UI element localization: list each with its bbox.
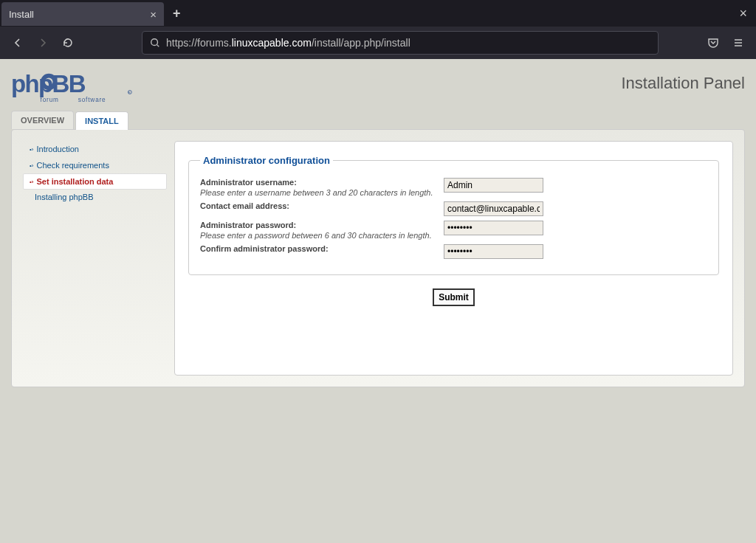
new-tab-icon[interactable]: +: [173, 6, 181, 21]
sidebar-item-set-installation-data[interactable]: •›Set installation data: [23, 173, 167, 190]
sidebar-item-label: Introduction: [36, 145, 78, 153]
password-input[interactable]: [444, 221, 543, 235]
main-tabs: OVERVIEWINSTALL: [11, 111, 745, 129]
row-email: Contact email address:: [200, 201, 707, 216]
username-label: Administrator username:: [200, 178, 297, 187]
phpbb-logo: phpBB forum software R: [11, 66, 133, 107]
svg-text:R: R: [128, 91, 131, 94]
back-icon[interactable]: [7, 32, 28, 53]
sidebar-item-check-requirements[interactable]: •›Check requirements: [23, 157, 167, 173]
svg-text:forum: forum: [41, 97, 59, 103]
bullet-icon: •›: [30, 179, 33, 185]
search-icon: [150, 38, 160, 48]
close-window-icon[interactable]: ×: [739, 6, 747, 21]
email-input[interactable]: [444, 201, 543, 216]
password-label: Administrator password:: [200, 221, 296, 229]
url-text: https://forums.linuxcapable.com/install/…: [166, 37, 410, 49]
sidebar-item-label: Set installation data: [36, 177, 113, 186]
confirm-password-input[interactable]: [444, 244, 543, 259]
install-sidebar: •›Introduction •›Check requirements •›Se…: [23, 141, 167, 376]
page-header: phpBB forum software R Installation Pane…: [0, 59, 756, 111]
tab-overview[interactable]: OVERVIEW: [11, 111, 74, 129]
password-explain: Please enter a password between 6 and 30…: [200, 231, 444, 240]
submit-button[interactable]: [433, 288, 475, 306]
main-panel: •›Introduction •›Check requirements •›Se…: [11, 129, 745, 387]
browser-chrome: Install × + × https://forums.linuxcapabl…: [0, 0, 756, 59]
tab-bar: Install × + ×: [0, 0, 756, 27]
tab-install[interactable]: INSTALL: [75, 111, 128, 130]
row-confirm-password: Confirm administrator password:: [200, 244, 707, 259]
reload-icon[interactable]: [58, 32, 78, 53]
admin-config-fieldset: Administrator configuration Administrato…: [188, 155, 719, 275]
row-username: Administrator username: Please enter a u…: [200, 178, 707, 197]
confirm-password-label: Confirm administrator password:: [200, 244, 329, 253]
sidebar-item-installing-phpbb[interactable]: Installing phpBB: [23, 190, 167, 204]
content-panel: Administrator configuration Administrato…: [174, 141, 733, 376]
email-label: Contact email address:: [200, 201, 289, 210]
forward-icon[interactable]: [32, 32, 53, 53]
bullet-icon: •›: [30, 146, 33, 153]
svg-text:software: software: [78, 97, 106, 103]
submit-row: [188, 288, 719, 306]
svg-point-0: [151, 39, 158, 46]
close-tab-icon[interactable]: ×: [150, 8, 157, 21]
menu-icon[interactable]: [728, 32, 749, 53]
row-password: Administrator password: Please enter a p…: [200, 221, 707, 240]
tab-title: Install: [9, 9, 34, 20]
sidebar-item-introduction[interactable]: •›Introduction: [23, 141, 167, 157]
panel-title: Installation Panel: [621, 74, 745, 93]
nav-bar: https://forums.linuxcapable.com/install/…: [0, 27, 756, 59]
sidebar-item-label: Installing phpBB: [35, 193, 94, 201]
pocket-icon[interactable]: [703, 32, 724, 53]
bullet-icon: •›: [30, 162, 33, 169]
url-bar[interactable]: https://forums.linuxcapable.com/install/…: [142, 31, 659, 55]
username-input[interactable]: [444, 178, 543, 193]
fieldset-legend: Administrator configuration: [200, 155, 333, 166]
sidebar-item-label: Check requirements: [36, 161, 109, 170]
username-explain: Please enter a username between 3 and 20…: [200, 188, 444, 197]
page-body: phpBB forum software R Installation Pane…: [0, 59, 756, 543]
browser-tab[interactable]: Install ×: [1, 2, 164, 26]
